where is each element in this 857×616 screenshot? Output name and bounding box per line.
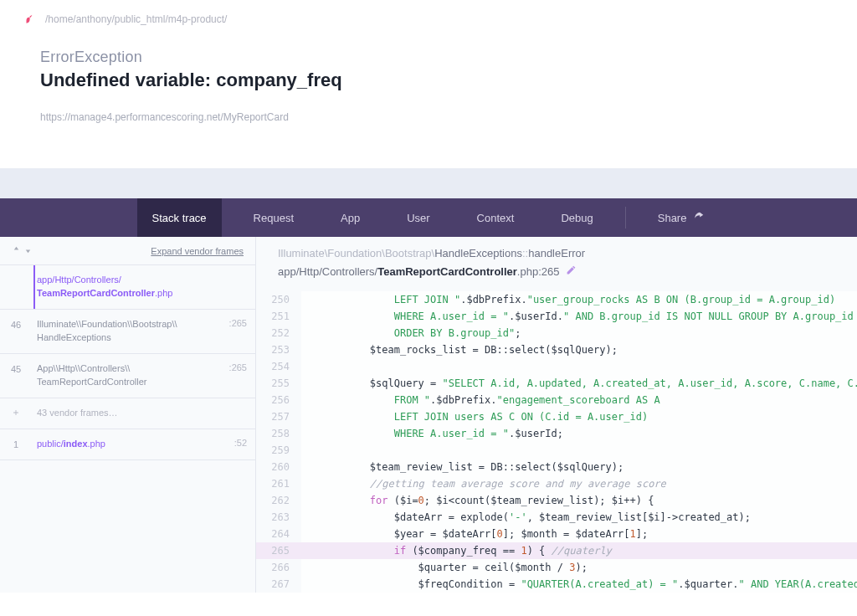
stack-frame[interactable]: 45App\\Http\\Controllers\\TeamReportCard…: [0, 354, 255, 398]
context-class: HandleExceptions: [434, 247, 522, 259]
code-line: 260 $team_review_list = DB::select($sqlQ…: [256, 459, 857, 475]
code-line-number: 266: [256, 559, 301, 576]
breadcrumb: /home/anthony/public_html/m4p-product/: [0, 0, 857, 33]
stack-frames: app/Http/Controllers/TeamReportCardContr…: [0, 265, 255, 460]
arrow-down-icon: [23, 245, 33, 254]
context-method: handleError: [528, 247, 585, 259]
frame-number: 1: [0, 438, 32, 451]
code-line: 259: [256, 442, 857, 459]
frame-body: 43 vendor frames…: [32, 407, 222, 420]
stack-frame[interactable]: 43 vendor frames…: [0, 398, 255, 429]
expand-vendor-frames[interactable]: Expand vendor frames: [151, 246, 244, 256]
stack-frame[interactable]: app/Http/Controllers/TeamReportCardContr…: [0, 265, 255, 310]
code-line-number: 251: [256, 308, 301, 325]
frame-number: 46: [0, 318, 32, 345]
exception-url: https://manage4.performancescoring.net/M…: [40, 111, 817, 123]
code-line: 255 $sqlQuery = "SELECT A.id, A.updated,…: [256, 375, 857, 392]
context-namespace: Illuminate\Foundation\Bootstrap\: [278, 247, 434, 259]
frame-body: public/index.php: [32, 438, 222, 451]
code-line-number: 261: [256, 475, 301, 492]
stack-frame[interactable]: 1public/index.php:52: [0, 429, 255, 460]
code-line-text: $sqlQuery = "SELECT A.id, A.updated, A.c…: [301, 375, 857, 392]
code-line-text: $quarter = ceil($month / 3);: [301, 559, 857, 576]
code-line-text: $year = $dateArr[0]; $month = $dateArr[1…: [301, 526, 857, 542]
tab-stack-trace[interactable]: Stack trace: [137, 198, 222, 237]
code-line-number: 253: [256, 341, 301, 358]
code-line: 252 ORDER BY B.group_id";: [256, 325, 857, 341]
breadcrumb-path: /home/anthony/public_html/m4p-product/: [45, 13, 227, 25]
stack-nav-arrows[interactable]: [12, 245, 33, 256]
code-line-number: 257: [256, 408, 301, 425]
code-line: 253 $team_rocks_list = DB::select($sqlQu…: [256, 341, 857, 358]
share-label: Share: [658, 212, 687, 224]
file-path-name: TeamReportCardController: [377, 265, 517, 278]
code-line: 267 $freqCondition = "QUARTER(A.created_…: [256, 576, 857, 593]
code-line-text: for ($i=0; $i<count($team_review_list); …: [301, 492, 857, 509]
code-line-number: 252: [256, 325, 301, 341]
plus-icon: [0, 407, 32, 420]
code-line: 254: [256, 358, 857, 375]
tab-user[interactable]: User: [392, 198, 444, 237]
exception-url-link[interactable]: https://manage4.performancescoring.net/M…: [40, 111, 289, 123]
code-line-number: 258: [256, 425, 301, 442]
frame-body: Illuminate\\Foundation\\Bootstrap\\Handl…: [32, 318, 222, 345]
tab-request[interactable]: Request: [239, 198, 309, 237]
code-line-text: [301, 358, 857, 375]
code-line-number: 256: [256, 392, 301, 408]
code-line-number: 255: [256, 375, 301, 392]
file-path-prefix: app/Http/Controllers/: [278, 265, 377, 278]
code-line-text: WHERE A.user_id = ".$userId;: [301, 425, 857, 442]
code-line-number: 259: [256, 442, 301, 459]
code-line-text: FROM ".$dbPrefix."engagement_scoreboard …: [301, 392, 857, 408]
code-line-text: $team_rocks_list = DB::select($sqlQuery)…: [301, 341, 857, 358]
stack-column: Expand vendor frames app/Http/Controller…: [0, 237, 256, 593]
code-line: 264 $year = $dateArr[0]; $month = $dateA…: [256, 526, 857, 542]
tabs-bar: Stack trace Request App User Context Deb…: [0, 198, 857, 237]
tab-debug[interactable]: Debug: [546, 198, 608, 237]
frame-line: [222, 274, 255, 300]
code-line: 257 LEFT JOIN users AS C ON (C.id = A.us…: [256, 408, 857, 425]
code-line-number: 265: [256, 542, 301, 559]
frame-body: app/Http/Controllers/TeamReportCardContr…: [32, 274, 222, 300]
frame-body: App\\Http\\Controllers\\TeamReportCardCo…: [32, 362, 222, 389]
brand-icon: [23, 13, 35, 25]
main-split: Expand vendor frames app/Http/Controller…: [0, 237, 857, 593]
file-path-suffix: .php:265: [517, 265, 560, 278]
code-line-number: 254: [256, 358, 301, 375]
code-line: 262 for ($i=0; $i<count($team_review_lis…: [256, 492, 857, 509]
code-line-text: LEFT JOIN users AS C ON (C.id = A.user_i…: [301, 408, 857, 425]
tab-context[interactable]: Context: [462, 198, 530, 237]
code-line: 251 WHERE A.user_id = ".$userId." AND B.…: [256, 308, 857, 325]
edit-icon[interactable]: [566, 264, 577, 278]
code-line-text: WHERE A.user_id = ".$userId." AND B.grou…: [301, 308, 857, 325]
code-line-text: LEFT JOIN ".$dbPrefix."user_group_rocks …: [301, 291, 857, 308]
context-breadcrumb: Illuminate\Foundation\Bootstrap\HandleEx…: [256, 237, 857, 259]
code-line: 250 LEFT JOIN ".$dbPrefix."user_group_ro…: [256, 291, 857, 308]
frame-line: :52: [222, 438, 255, 451]
code-line-number: 260: [256, 459, 301, 475]
arrow-up-icon: [12, 245, 21, 254]
exception-class: ErrorException: [40, 49, 817, 66]
code-line: 263 $dateArr = explode('-', $team_review…: [256, 509, 857, 526]
share-icon: [693, 211, 705, 225]
frame-number: [0, 274, 32, 300]
code-line-number: 263: [256, 509, 301, 526]
spacer-band: [0, 168, 857, 198]
code-listing: 250 LEFT JOIN ".$dbPrefix."user_group_ro…: [256, 291, 857, 593]
code-line-text: if ($company_freq == 1) { //quaterly: [301, 542, 857, 559]
code-line-number: 267: [256, 576, 301, 593]
code-line-text: //getting team average score and my aver…: [301, 475, 857, 492]
code-column: Illuminate\Foundation\Bootstrap\HandleEx…: [256, 237, 857, 593]
file-path: app/Http/Controllers/TeamReportCardContr…: [256, 259, 857, 291]
code-line-text: $dateArr = explode('-', $team_review_lis…: [301, 509, 857, 526]
frame-line: :265: [222, 318, 255, 345]
code-line: 266 $quarter = ceil($month / 3);: [256, 559, 857, 576]
code-line-text: ORDER BY B.group_id";: [301, 325, 857, 341]
code-line-number: 250: [256, 291, 301, 308]
tab-app[interactable]: App: [326, 198, 375, 237]
code-line-text: $team_review_list = DB::select($sqlQuery…: [301, 459, 857, 475]
stack-header: Expand vendor frames: [0, 237, 255, 265]
code-line: 261 //getting team average score and my …: [256, 475, 857, 492]
tab-share[interactable]: Share: [643, 198, 721, 237]
stack-frame[interactable]: 46Illuminate\\Foundation\\Bootstrap\\Han…: [0, 310, 255, 354]
